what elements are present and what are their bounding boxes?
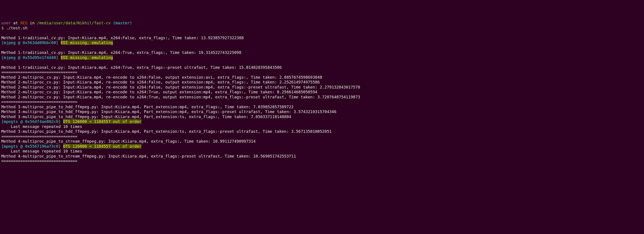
branch-close: ) (130, 20, 132, 25)
prompt-line: user at NEO in /media/user/data/Nikhil/f… (1, 20, 643, 26)
blank-line (1, 45, 643, 50)
ffmpeg-tag: [mjpeg @ 0x563dd09bbc00] (1, 40, 61, 45)
prompt-dollar: $ (1, 26, 6, 30)
prompt-branch: master (115, 20, 130, 25)
warning-line: [mpegts @ 0x5567196a73c0] DTS 126000 < 1… (1, 144, 643, 149)
ffmpeg-warning: DTS 126000 < 1184557 out of order (63, 144, 142, 149)
output-line: Method 4-multiproc_pipe_to_stream_ffmpeg… (1, 154, 643, 159)
ffmpeg-warning: DTS 126000 < 1184557 out of order (63, 119, 142, 124)
ffmpeg-warning: EOI missing, emulating (61, 55, 113, 60)
prompt-path: /media/user/data/Nikhil/fast-cv (37, 20, 111, 25)
blank-line (1, 60, 643, 65)
prompt-user: user (1, 20, 11, 25)
separator-line: ================================ (1, 159, 643, 164)
separator-line: ================================ (1, 70, 643, 75)
blank-line (1, 30, 643, 35)
output-line: Method 2-multiproc_cv.py: Input:Kiiara.m… (1, 90, 643, 95)
ffmpeg-tag: [mpegts @ 0x564f4ae802c0] (1, 119, 63, 124)
output-line: Method 3-multiproc_pipe_to_hdd_ffmpeg.py… (1, 109, 643, 114)
output-line: Last message repeated 10 times (1, 124, 643, 129)
output-line: Method 1-traditional_cv.py: Input:Kiiara… (1, 35, 643, 40)
output-line: Method 2-multiproc_cv.py: Input:Kiiara.m… (1, 75, 643, 80)
output-line: Method 4-multiproc_pipe_to_stream_ffmpeg… (1, 139, 643, 144)
output-line: Last message repeated 10 times (1, 149, 643, 154)
ffmpeg-warning: EOI missing, emulating (61, 40, 113, 45)
output-line: Method 1-traditional_cv.py: Input:Kiiara… (1, 65, 643, 70)
prompt-host: NEO (20, 20, 28, 25)
output-line: Method 2-multiproc_cv.py: Input:Kiiara.m… (1, 95, 643, 100)
warning-line: [mjpeg @ 0x55d95e1f4d40] EOI missing, em… (1, 55, 643, 60)
ffmpeg-tag: [mjpeg @ 0x55d95e1f4d40] (1, 55, 61, 60)
output-line: Method 1-traditional_cv.py: Input:Kiiara… (1, 50, 643, 55)
command-text: ./test.sh (6, 26, 28, 30)
output-line: Method 2-multiproc_cv.py: Input:Kiiara.m… (1, 85, 643, 90)
output-line: Method 3-multiproc_pipe_to_hdd_ffmpeg.py… (1, 129, 643, 134)
ffmpeg-tag: [mpegts @ 0x5567196a73c0] (1, 144, 63, 149)
output-line: Method 3-multiproc_pipe_to_hdd_ffmpeg.py… (1, 104, 643, 110)
command-line: $ ./test.sh (1, 26, 643, 31)
warning-line: [mpegts @ 0x564f4ae802c0] DTS 126000 < 1… (1, 119, 643, 124)
warning-line: [mjpeg @ 0x563dd09bbc00] EOI missing, em… (1, 40, 643, 45)
terminal-output[interactable]: user at NEO in /media/user/data/Nikhil/f… (1, 20, 643, 164)
output-line: Method 3-multiproc_pipe_to_hdd_ffmpeg.py… (1, 114, 643, 119)
prompt-at: at (11, 20, 20, 25)
branch-open: ( (111, 20, 116, 25)
output-line: Method 2-multiproc_cv.py: Input:Kiiara.m… (1, 80, 643, 85)
separator-line: ================================ (1, 134, 643, 139)
separator-line: ================================ (1, 99, 643, 104)
prompt-in: in (28, 20, 37, 25)
